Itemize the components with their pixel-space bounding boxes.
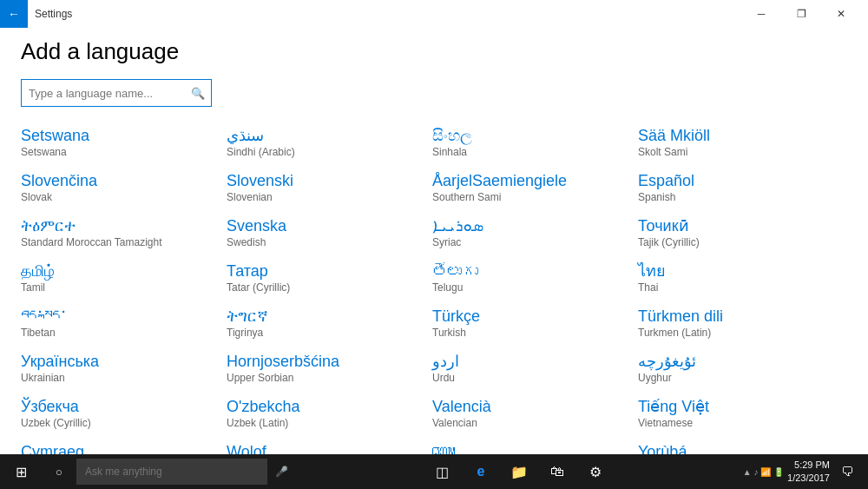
- search-icon-button[interactable]: 🔍: [185, 80, 211, 106]
- file-explorer-button[interactable]: 📁: [502, 454, 536, 489]
- search-icon: 🔍: [191, 87, 205, 100]
- language-item[interactable]: Türkmen diliTurkmen (Latin): [638, 301, 844, 347]
- language-native-name: Setswana: [21, 126, 220, 146]
- language-item[interactable]: УкраїнськаUkrainian: [21, 347, 227, 392]
- language-item[interactable]: ไทยThai: [638, 256, 844, 301]
- language-english-name: Uzbek (Cyrillic): [21, 417, 220, 431]
- language-english-name: Tatar (Cyrillic): [227, 281, 425, 295]
- language-english-name: Uyghur: [638, 372, 837, 386]
- language-native-name: తెలుగు: [432, 261, 631, 281]
- store-button[interactable]: 🛍: [540, 454, 575, 489]
- page-title: Add a language: [21, 38, 847, 65]
- language-native-name: Hornjoserbšćina: [227, 352, 425, 372]
- language-english-name: Vietnamese: [638, 417, 837, 431]
- language-item[interactable]: WolofWolof: [227, 437, 432, 454]
- language-item[interactable]: ÅarjelSaemiengieleSouthern Sami: [432, 166, 638, 211]
- start-button[interactable]: ⊞: [0, 454, 42, 489]
- title-bar-title: Settings: [35, 8, 72, 20]
- edge-button[interactable]: e: [464, 454, 498, 489]
- language-english-name: Slovenian: [227, 191, 425, 205]
- language-english-name: Skolt Sami: [638, 146, 837, 160]
- language-native-name: Tiếng Việt: [638, 397, 837, 417]
- language-item[interactable]: ТочикӣTajik (Cyrillic): [638, 211, 844, 256]
- main-content: Add a language 🔍 SetswanaSetswanaسنڌيSin…: [0, 28, 868, 454]
- windows-icon: ⊞: [16, 464, 27, 480]
- language-native-name: Türkçe: [432, 307, 631, 327]
- notification-icon: 🗨: [841, 465, 853, 479]
- microphone-icon: 🎤: [275, 466, 288, 478]
- language-item[interactable]: SlovenskiSlovenian: [227, 166, 432, 211]
- language-item[interactable]: SvenskaSwedish: [227, 211, 432, 256]
- language-native-name: Українська: [21, 352, 220, 372]
- language-item[interactable]: 𞄀𞄁𞄂Yi: [432, 437, 638, 454]
- language-item[interactable]: CymraegWelsh: [21, 437, 227, 454]
- language-item[interactable]: ЎзбекчаUzbek (Cyrillic): [21, 392, 227, 437]
- language-native-name: 𞄀𞄁𞄂: [432, 442, 631, 454]
- language-native-name: Svenska: [227, 216, 425, 236]
- title-bar-left: ← Settings: [0, 0, 72, 28]
- language-item[interactable]: བོད་སྐད་Tibetan: [21, 301, 227, 347]
- language-english-name: Valencian: [432, 417, 631, 431]
- language-native-name: Ўзбекча: [21, 397, 220, 417]
- language-item[interactable]: SetswanaSetswana: [21, 121, 227, 166]
- task-view-button[interactable]: ◫: [425, 454, 460, 489]
- search-input[interactable]: [22, 87, 185, 100]
- settings-button[interactable]: ⚙: [578, 454, 613, 489]
- taskbar-right: ▲ ♪ 📶 🔋 5:29 PM 1/23/2017 🗨: [743, 454, 868, 489]
- language-english-name: Uzbek (Latin): [227, 417, 425, 431]
- taskbar-search-input[interactable]: [76, 459, 267, 485]
- back-icon: ←: [8, 7, 20, 21]
- language-native-name: O'zbekcha: [227, 397, 425, 417]
- language-item[interactable]: اردوUrdu: [432, 347, 638, 392]
- language-english-name: Standard Moroccan Tamazight: [21, 236, 220, 250]
- language-english-name: Upper Sorbian: [227, 372, 425, 386]
- language-native-name: Wolof: [227, 442, 425, 454]
- language-item[interactable]: తెలుగుTelugu: [432, 256, 638, 301]
- cortana-button[interactable]: ○: [42, 454, 76, 489]
- language-native-name: සිංහල: [432, 126, 631, 146]
- language-item[interactable]: SlovenčinaSlovak: [21, 166, 227, 211]
- language-english-name: Spanish: [638, 191, 837, 205]
- language-native-name: Türkmen dili: [638, 307, 837, 327]
- language-native-name: Slovenčina: [21, 171, 220, 191]
- language-english-name: Tamil: [21, 281, 220, 295]
- language-item[interactable]: தமிழ்Tamil: [21, 256, 227, 301]
- language-english-name: Tibetan: [21, 327, 220, 340]
- clock[interactable]: 5:29 PM 1/23/2017: [787, 459, 830, 486]
- language-native-name: ไทย: [638, 261, 837, 281]
- language-item[interactable]: ܣܘܪܝܝܐSyriac: [432, 211, 638, 256]
- cortana-icon: ○: [56, 466, 62, 479]
- language-native-name: Sää Mkiöll: [638, 126, 837, 146]
- back-button[interactable]: ←: [0, 0, 28, 28]
- notification-button[interactable]: 🗨: [833, 454, 861, 489]
- language-item[interactable]: YorùbáYoruba: [638, 437, 844, 454]
- clock-date: 1/23/2017: [787, 472, 830, 485]
- language-native-name: Español: [638, 171, 837, 191]
- maximize-button[interactable]: ❐: [781, 0, 821, 28]
- language-item[interactable]: TürkçeTurkish: [432, 301, 638, 347]
- language-item[interactable]: O'zbekchaUzbek (Latin): [227, 392, 432, 437]
- language-item[interactable]: සිංහලSinhala: [432, 121, 638, 166]
- language-item[interactable]: HornjoserbšćinaUpper Sorbian: [227, 347, 432, 392]
- language-item[interactable]: EspañolSpanish: [638, 166, 844, 211]
- language-native-name: Точикӣ: [638, 216, 837, 236]
- language-item[interactable]: سنڌيSindhi (Arabic): [227, 121, 432, 166]
- close-button[interactable]: ✕: [821, 0, 861, 28]
- language-item[interactable]: ትዕምርተStandard Moroccan Tamazight: [21, 211, 227, 256]
- language-native-name: ÅarjelSaemiengiele: [432, 171, 631, 191]
- language-item[interactable]: ValenciàValencian: [432, 392, 638, 437]
- language-item[interactable]: ئۇيغۇرچەUyghur: [638, 347, 844, 392]
- language-item[interactable]: Sää MkiöllSkolt Sami: [638, 121, 844, 166]
- edge-icon: e: [477, 464, 484, 479]
- language-native-name: བོད་སྐད་: [21, 307, 220, 327]
- language-native-name: اردو: [432, 352, 631, 372]
- minimize-button[interactable]: ─: [741, 0, 781, 28]
- language-native-name: ትዕምርተ: [21, 216, 220, 236]
- language-item[interactable]: ትግርኛTigrinya: [227, 301, 432, 347]
- folder-icon: 📁: [510, 464, 528, 480]
- language-item[interactable]: Tiếng ViệtVietnamese: [638, 392, 844, 437]
- language-native-name: Valencià: [432, 397, 631, 417]
- microphone-button[interactable]: 🎤: [267, 454, 295, 489]
- language-native-name: Татар: [227, 261, 425, 281]
- language-item[interactable]: ТатарTatar (Cyrillic): [227, 256, 432, 301]
